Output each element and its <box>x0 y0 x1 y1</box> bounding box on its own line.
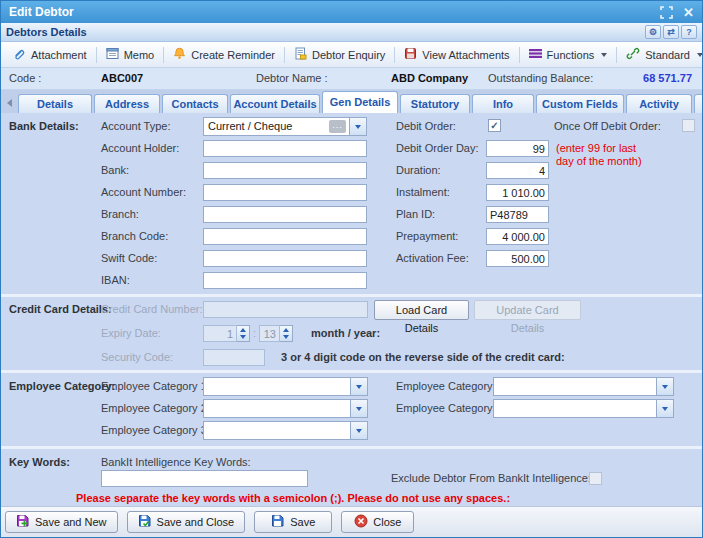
tab-info[interactable]: Info <box>472 94 534 113</box>
employee-category-5-label: Employee Category 5: <box>396 400 505 417</box>
bankit-keywords-input[interactable] <box>101 470 308 487</box>
load-card-details-button[interactable]: Load Card Details <box>374 300 469 320</box>
expiry-month-spinner[interactable] <box>237 325 250 342</box>
tab-details[interactable]: Details <box>18 94 92 113</box>
debtor-enquiry-button[interactable]: Debtor Enquiry <box>287 45 392 64</box>
employee-category-1-select[interactable] <box>203 377 368 396</box>
branch-code-input[interactable] <box>203 228 367 245</box>
tab-custom-fields[interactable]: Custom Fields <box>536 94 624 113</box>
chevron-down-icon <box>356 429 362 433</box>
plan-id-label: Plan ID: <box>396 206 435 223</box>
create-reminder-button[interactable]: Create Reminder <box>166 45 282 64</box>
once-off-debit-order-label: Once Off Debit Order: <box>554 118 661 135</box>
chevron-down-icon <box>355 125 361 129</box>
account-type-dropdown-button[interactable] <box>349 118 366 135</box>
swift-code-input[interactable] <box>203 250 367 267</box>
employee-category-3-select[interactable] <box>203 421 368 440</box>
title-bar: Edit Debtor ✕ <box>1 1 702 23</box>
attachment-button[interactable]: Attachment <box>5 45 94 65</box>
employee-category-4-select[interactable] <box>493 377 674 396</box>
view-attachments-button[interactable]: View Attachments <box>397 45 516 64</box>
toolbar-separator <box>616 47 617 63</box>
dropdown-button[interactable] <box>350 422 367 439</box>
credit-card-number-label: Credit Card Number: <box>101 301 202 318</box>
tab-activity[interactable]: Activity <box>626 94 692 113</box>
tab-scroll-left-icon[interactable] <box>7 99 12 107</box>
plan-id-input[interactable] <box>486 206 549 223</box>
close-icon[interactable]: ✕ <box>683 6 694 19</box>
instalment-input[interactable] <box>486 184 549 201</box>
bank-details-section-label: Bank Details: <box>9 118 79 135</box>
employee-category-5-select[interactable] <box>493 399 674 418</box>
save-and-close-button[interactable]: Save and Close <box>127 511 246 533</box>
tab-gen-details[interactable]: Gen Details <box>322 91 398 113</box>
prepayment-input[interactable] <box>486 228 549 245</box>
spin-up-icon <box>240 328 246 332</box>
toolbar: Attachment Memo Create Reminder Debtor E… <box>1 42 702 68</box>
credit-card-section: Credit Card Details: Credit Card Number:… <box>1 297 702 370</box>
memo-button[interactable]: Memo <box>99 45 162 64</box>
account-type-label: Account Type: <box>101 118 171 135</box>
employee-category-section-label: Employee Category: <box>9 378 115 395</box>
update-card-details-button: Update Card Details <box>474 300 581 320</box>
iban-input[interactable] <box>203 272 367 289</box>
debtor-name-value: ABD Company <box>391 72 468 84</box>
tab-contacts[interactable]: Contacts <box>162 94 228 113</box>
activation-fee-input[interactable] <box>486 250 549 267</box>
outstanding-balance-value: 68 571.77 <box>643 72 692 84</box>
tab-truncated[interactable]: Ti <box>694 94 702 113</box>
toolbar-separator <box>284 47 285 63</box>
account-holder-label: Account Holder: <box>101 140 179 157</box>
account-type-combo[interactable]: Current / Cheque ... <box>203 117 367 136</box>
refresh-icon[interactable]: ⇄ <box>663 25 679 39</box>
gear-icon[interactable]: ⚙ <box>645 25 661 39</box>
security-code-label: Security Code: <box>101 349 173 366</box>
exclude-debtor-checkbox[interactable] <box>589 472 602 485</box>
employee-category-2-select[interactable] <box>203 399 368 418</box>
dropdown-button[interactable] <box>350 400 367 417</box>
swift-code-label: Swift Code: <box>101 250 157 267</box>
once-off-debit-order-checkbox[interactable] <box>682 119 695 132</box>
key-words-section: Key Words: BankIt Intelligence Key Words… <box>1 449 702 508</box>
dropdown-button[interactable] <box>350 378 367 395</box>
functions-menu-button[interactable]: Functions <box>522 46 615 63</box>
expiry-date-label: Expiry Date: <box>101 325 161 342</box>
debit-order-label: Debit Order: <box>396 118 456 135</box>
debit-day-note-line1: (enter 99 for last <box>556 142 636 155</box>
dropdown-caret-icon <box>697 53 703 57</box>
tab-address[interactable]: Address <box>94 94 160 113</box>
tab-account-details[interactable]: Account Details <box>230 94 320 113</box>
paperclip-icon <box>12 47 26 63</box>
save-and-new-button[interactable]: Save and New <box>5 511 118 533</box>
debit-order-checkbox[interactable]: ✓ <box>488 119 501 132</box>
toolbar-separator <box>96 47 97 63</box>
ellipsis-button[interactable]: ... <box>329 120 346 133</box>
branch-code-label: Branch Code: <box>101 228 168 245</box>
help-icon[interactable]: ? <box>681 25 697 39</box>
bank-input[interactable] <box>203 162 367 179</box>
debit-order-day-input[interactable] <box>486 140 549 157</box>
code-label: Code : <box>9 72 41 84</box>
account-type-value: Current / Cheque <box>208 120 292 132</box>
account-number-input[interactable] <box>203 184 367 201</box>
chevron-down-icon <box>356 385 362 389</box>
bell-icon <box>173 47 186 62</box>
save-button[interactable]: Save <box>254 511 332 533</box>
expiry-year-input <box>259 325 280 342</box>
maximize-icon[interactable] <box>660 6 673 19</box>
prepayment-label: Prepayment: <box>396 228 458 245</box>
dropdown-button[interactable] <box>656 400 673 417</box>
account-holder-input[interactable] <box>203 140 367 157</box>
document-icon <box>294 47 307 62</box>
security-code-input <box>203 349 265 366</box>
exclude-debtor-label: Exclude Debtor From BankIt Intelligence: <box>391 470 591 487</box>
standard-menu-button[interactable]: Standard <box>619 45 703 64</box>
duration-input[interactable] <box>486 162 549 179</box>
close-button[interactable]: Close <box>341 511 414 533</box>
key-words-section-label: Key Words: <box>9 454 70 471</box>
tab-statutory[interactable]: Statutory <box>400 94 470 113</box>
dropdown-button[interactable] <box>656 378 673 395</box>
spin-down-icon <box>240 335 246 339</box>
branch-input[interactable] <box>203 206 367 223</box>
expiry-year-spinner[interactable] <box>280 325 293 342</box>
